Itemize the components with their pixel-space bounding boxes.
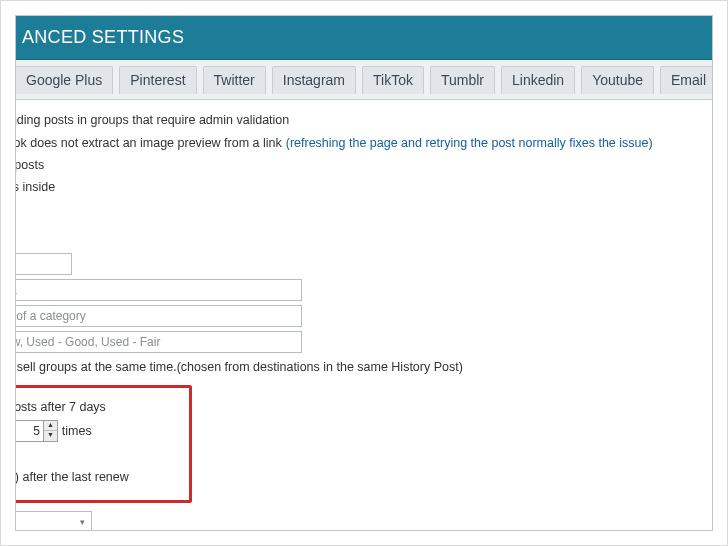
renew-line2: last renew bbox=[15, 446, 181, 464]
sellgroups-post: sell groups at the same time.(chosen fro… bbox=[17, 358, 463, 376]
settings-panel: ANCED SETTINGS k Google Plus Pinterest T… bbox=[15, 15, 713, 531]
tabs-bar: k Google Plus Pinterest Twitter Instagra… bbox=[16, 60, 712, 100]
renew-stepper-2[interactable]: 5 ▲▼ bbox=[15, 420, 58, 442]
category-input[interactable] bbox=[15, 305, 302, 327]
tab-youtube[interactable]: Youtube bbox=[581, 66, 654, 94]
renew-unit: times bbox=[62, 422, 92, 440]
blank-input-row bbox=[15, 253, 700, 275]
line-tags: ags bbox=[15, 200, 700, 218]
renew-controls: ▲▼ and 5 ▲▼ times bbox=[15, 420, 181, 442]
location-row bbox=[15, 279, 700, 301]
text-extract-hint: (refreshing the page and retrying the po… bbox=[286, 134, 653, 152]
chevron-down-icon: ▾ bbox=[80, 516, 85, 529]
background-row: ckground ▾ bbox=[15, 511, 700, 531]
tab-twitter[interactable]: Twitter bbox=[203, 66, 266, 94]
tab-linkedin[interactable]: Linkedin bbox=[501, 66, 575, 94]
tab-email[interactable]: Email bbox=[660, 66, 713, 94]
panel-header: ANCED SETTINGS bbox=[16, 16, 712, 60]
renew-line3: to Post List) after the last renew bbox=[15, 468, 181, 486]
line-extract: ost if Facebook does not extract an imag… bbox=[15, 134, 700, 152]
outer-frame: ANCED SETTINGS k Google Plus Pinterest T… bbox=[0, 0, 728, 546]
blank-input[interactable] bbox=[15, 253, 72, 275]
pending-label: pending posts in groups that require adm… bbox=[15, 111, 289, 129]
condition-input[interactable] bbox=[15, 331, 302, 353]
sellgroups-row: and 2 ▲▼ sell groups at the same time.(c… bbox=[15, 357, 700, 379]
pending-row: pending posts in groups that require adm… bbox=[15, 110, 700, 130]
stepper-buttons-2[interactable]: ▲▼ bbox=[43, 421, 57, 441]
condition-row bbox=[15, 331, 700, 353]
line-links: osts with links inside bbox=[15, 178, 700, 196]
tab-google-plus[interactable]: Google Plus bbox=[15, 66, 113, 94]
tab-instagram[interactable]: Instagram bbox=[272, 66, 356, 94]
line-fbposts: m Facebook posts bbox=[15, 156, 700, 174]
tab-body: pending posts in groups that require adm… bbox=[15, 102, 706, 524]
panel-title: ANCED SETTINGS bbox=[22, 27, 184, 48]
tab-pinterest[interactable]: Pinterest bbox=[119, 66, 196, 94]
tabs: k Google Plus Pinterest Twitter Instagra… bbox=[15, 66, 713, 94]
tab-tiktok[interactable]: TikTok bbox=[362, 66, 424, 94]
tab-tumblr[interactable]: Tumblr bbox=[430, 66, 495, 94]
text-extract-a: ost if Facebook does not extract an imag… bbox=[15, 134, 282, 152]
renew-highlight: rketplace posts after 7 days ▲▼ and 5 ▲▼… bbox=[15, 385, 192, 503]
renew-heading: rketplace posts after 7 days bbox=[15, 398, 181, 416]
location-input[interactable] bbox=[15, 279, 302, 301]
renew-value-2: 5 bbox=[15, 421, 43, 441]
category-row bbox=[15, 305, 700, 327]
background-combo[interactable]: ckground ▾ bbox=[15, 511, 92, 531]
